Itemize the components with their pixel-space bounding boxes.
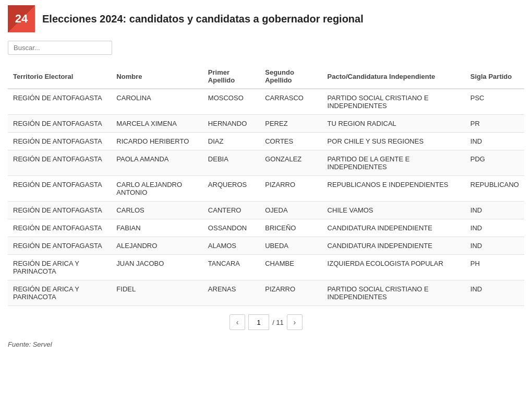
next-page-button[interactable]: › (287, 314, 303, 330)
cell-nombre: JUAN JACOBO (111, 255, 203, 280)
table-header-row: Territorio Electoral Nombre Primer Apell… (8, 64, 524, 89)
cell-segundo_apellido: PIZARRO (260, 280, 322, 306)
cell-pacto: CANDIDATURA INDEPENDIENTE (322, 237, 465, 255)
cell-sigla: IND (465, 133, 524, 150)
cell-primer_apellido: HERNANDO (203, 115, 260, 133)
cell-sigla: IND (465, 202, 524, 219)
cell-pacto: PARTIDO DE LA GENTE E INDEPENDIENTES (322, 150, 465, 176)
page-number-input[interactable] (248, 314, 269, 330)
cell-pacto: IZQUIERDA ECOLOGISTA POPULAR (322, 255, 465, 280)
cell-territorio: REGIÓN DE ANTOFAGASTA (8, 176, 111, 202)
page-title: Elecciones 2024: candidatos y candidatas… (42, 13, 364, 25)
table-row: REGIÓN DE ARICA Y PARINACOTAJUAN JACOBOT… (8, 255, 524, 280)
table-row: REGIÓN DE ARICA Y PARINACOTAFIDELARENASP… (8, 280, 524, 306)
cell-segundo_apellido: BRICEÑO (260, 219, 322, 237)
cell-nombre: CARLOS (111, 202, 203, 219)
source-footer: Fuente: Servel (8, 340, 524, 348)
page-header: 24 Elecciones 2024: candidatos y candida… (8, 5, 524, 32)
cell-segundo_apellido: CARRASCO (260, 89, 322, 115)
cell-primer_apellido: ARQUEROS (203, 176, 260, 202)
pagination: ‹ / 11 › (8, 314, 524, 330)
table-row: REGIÓN DE ANTOFAGASTACAROLINAMOSCOSOCARR… (8, 89, 524, 115)
cell-nombre: FIDEL (111, 280, 203, 306)
table-row: REGIÓN DE ANTOFAGASTARICARDO HERIBERTODI… (8, 133, 524, 150)
cell-pacto: CHILE VAMOS (322, 202, 465, 219)
cell-sigla: PSC (465, 89, 524, 115)
table-row: REGIÓN DE ANTOFAGASTAPAOLA AMANDADEBIAGO… (8, 150, 524, 176)
cell-territorio: REGIÓN DE ANTOFAGASTA (8, 133, 111, 150)
col-primer-apellido: Primer Apellido (203, 64, 260, 89)
cell-territorio: REGIÓN DE ANTOFAGASTA (8, 115, 111, 133)
cell-territorio: REGIÓN DE ARICA Y PARINACOTA (8, 255, 111, 280)
col-nombre: Nombre (111, 64, 203, 89)
logo: 24 (8, 5, 35, 32)
cell-territorio: REGIÓN DE ANTOFAGASTA (8, 237, 111, 255)
cell-primer_apellido: TANCARA (203, 255, 260, 280)
cell-segundo_apellido: CORTES (260, 133, 322, 150)
cell-segundo_apellido: GONZALEZ (260, 150, 322, 176)
table-row: REGIÓN DE ANTOFAGASTAALEJANDROALAMOSUBED… (8, 237, 524, 255)
logo-text: 24 (15, 12, 28, 26)
cell-nombre: CAROLINA (111, 89, 203, 115)
cell-pacto: TU REGION RADICAL (322, 115, 465, 133)
cell-nombre: CARLO ALEJANDRO ANTONIO (111, 176, 203, 202)
table-row: REGIÓN DE ANTOFAGASTACARLO ALEJANDRO ANT… (8, 176, 524, 202)
cell-sigla: PH (465, 255, 524, 280)
cell-primer_apellido: MOSCOSO (203, 89, 260, 115)
cell-segundo_apellido: CHAMBE (260, 255, 322, 280)
cell-segundo_apellido: OJEDA (260, 202, 322, 219)
cell-pacto: PARTIDO SOCIAL CRISTIANO E INDEPENDIENTE… (322, 89, 465, 115)
prev-page-button[interactable]: ‹ (229, 314, 245, 330)
cell-territorio: REGIÓN DE ANTOFAGASTA (8, 219, 111, 237)
col-pacto: Pacto/Candidatura Independiente (322, 64, 465, 89)
cell-pacto: CANDIDATURA INDEPENDIENTE (322, 219, 465, 237)
cell-pacto: REPUBLICANOS E INDEPENDIENTES (322, 176, 465, 202)
cell-nombre: PAOLA AMANDA (111, 150, 203, 176)
cell-sigla: PR (465, 115, 524, 133)
cell-primer_apellido: ALAMOS (203, 237, 260, 255)
cell-nombre: MARCELA XIMENA (111, 115, 203, 133)
table-row: REGIÓN DE ANTOFAGASTACARLOSCANTEROOJEDAC… (8, 202, 524, 219)
cell-nombre: ALEJANDRO (111, 237, 203, 255)
candidates-table: Territorio Electoral Nombre Primer Apell… (8, 64, 524, 306)
cell-primer_apellido: DEBIA (203, 150, 260, 176)
cell-segundo_apellido: PEREZ (260, 115, 322, 133)
col-territorio: Territorio Electoral (8, 64, 111, 89)
cell-pacto: PARTIDO SOCIAL CRISTIANO E INDEPENDIENTE… (322, 280, 465, 306)
cell-primer_apellido: DIAZ (203, 133, 260, 150)
col-segundo-apellido: Segundo Apellido (260, 64, 322, 89)
cell-nombre: RICARDO HERIBERTO (111, 133, 203, 150)
cell-sigla: IND (465, 280, 524, 306)
cell-pacto: POR CHILE Y SUS REGIONES (322, 133, 465, 150)
table-row: REGIÓN DE ANTOFAGASTAMARCELA XIMENAHERNA… (8, 115, 524, 133)
cell-sigla: REPUBLICANO (465, 176, 524, 202)
cell-sigla: IND (465, 219, 524, 237)
cell-primer_apellido: CANTERO (203, 202, 260, 219)
col-sigla: Sigla Partido (465, 64, 524, 89)
cell-primer_apellido: ARENAS (203, 280, 260, 306)
cell-territorio: REGIÓN DE ANTOFAGASTA (8, 202, 111, 219)
cell-sigla: IND (465, 237, 524, 255)
cell-segundo_apellido: UBEDA (260, 237, 322, 255)
cell-territorio: REGIÓN DE ANTOFAGASTA (8, 150, 111, 176)
cell-segundo_apellido: PIZARRO (260, 176, 322, 202)
cell-sigla: PDG (465, 150, 524, 176)
cell-territorio: REGIÓN DE ARICA Y PARINACOTA (8, 280, 111, 306)
source-label: Fuente: Servel (8, 340, 52, 348)
cell-territorio: REGIÓN DE ANTOFAGASTA (8, 89, 111, 115)
total-pages: / 11 (272, 319, 284, 326)
cell-primer_apellido: OSSANDON (203, 219, 260, 237)
table-row: REGIÓN DE ANTOFAGASTAFABIANOSSANDONBRICE… (8, 219, 524, 237)
search-input[interactable] (8, 41, 112, 55)
cell-nombre: FABIAN (111, 219, 203, 237)
